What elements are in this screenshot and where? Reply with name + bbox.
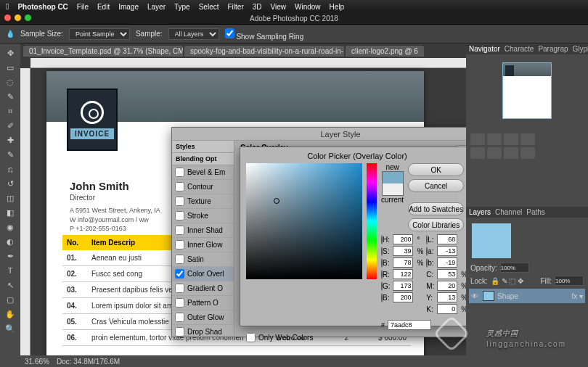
apple-menu-icon[interactable]:  bbox=[6, 1, 9, 12]
rectangle-tool-icon[interactable]: ▢ bbox=[3, 293, 17, 306]
path-select-tool-icon[interactable]: ↖ bbox=[3, 279, 17, 292]
ls-option[interactable]: Pattern O bbox=[172, 296, 234, 310]
r-radio[interactable] bbox=[381, 270, 383, 279]
only-web-colors-checkbox[interactable]: Only Web Colors bbox=[246, 333, 466, 342]
sample-layers-select[interactable]: All Layers bbox=[168, 28, 219, 40]
c-input[interactable] bbox=[437, 269, 457, 279]
menu-file[interactable]: File bbox=[77, 3, 89, 11]
g-input[interactable] bbox=[393, 281, 413, 291]
zoom-window-icon[interactable] bbox=[25, 15, 31, 21]
ls-option[interactable]: Gradient O bbox=[172, 281, 234, 296]
layer-fx-icon[interactable]: fx ▾ bbox=[571, 292, 583, 300]
s-input[interactable] bbox=[393, 246, 413, 256]
r-input[interactable] bbox=[393, 269, 413, 279]
menu-layer[interactable]: Layer bbox=[147, 3, 166, 11]
h-radio[interactable] bbox=[381, 235, 383, 244]
ls-option[interactable]: Drop Shad bbox=[172, 325, 234, 339]
healing-tool-icon[interactable]: ✚ bbox=[3, 133, 17, 147]
close-window-icon[interactable] bbox=[4, 15, 11, 21]
g-radio[interactable] bbox=[381, 281, 383, 291]
pen-tool-icon[interactable]: ✒ bbox=[3, 250, 17, 263]
a-input[interactable] bbox=[437, 246, 457, 256]
hue-slider[interactable] bbox=[367, 163, 377, 279]
hex-input[interactable] bbox=[388, 320, 431, 330]
gradient-tool-icon[interactable]: ◧ bbox=[3, 206, 17, 219]
ls-option[interactable]: Contour bbox=[172, 180, 234, 194]
menu-select[interactable]: Select bbox=[199, 3, 219, 11]
adj-icon[interactable] bbox=[504, 147, 518, 159]
adj-icon[interactable] bbox=[487, 133, 502, 145]
character-tab[interactable]: Characte bbox=[505, 45, 534, 53]
adj-icon[interactable] bbox=[470, 133, 485, 145]
eyedropper-tool-icon[interactable]: 💧 bbox=[6, 30, 15, 38]
hand-tool-icon[interactable]: ✋ bbox=[3, 308, 17, 321]
navigator-panel[interactable] bbox=[466, 54, 588, 127]
menu-filter[interactable]: Filter bbox=[227, 3, 243, 11]
l-radio[interactable] bbox=[426, 235, 428, 244]
adj-icon[interactable] bbox=[470, 147, 485, 159]
opacity-input[interactable] bbox=[500, 263, 529, 273]
sample-size-select[interactable]: Point Sample bbox=[69, 28, 130, 40]
cp-cancel-button[interactable]: Cancel bbox=[408, 179, 464, 192]
glyphs-tab[interactable]: Glyphs bbox=[573, 45, 588, 53]
blending-header[interactable]: Blending Opt bbox=[172, 153, 234, 165]
history-brush-tool-icon[interactable]: ↺ bbox=[3, 177, 17, 190]
blur-tool-icon[interactable]: ◉ bbox=[3, 220, 17, 234]
marquee-tool-icon[interactable]: ▭ bbox=[3, 61, 17, 74]
cp-ok-button[interactable]: OK bbox=[408, 163, 464, 176]
menu-view[interactable]: View bbox=[271, 3, 287, 11]
navigator-preview[interactable] bbox=[502, 62, 552, 119]
blue-input[interactable] bbox=[393, 292, 413, 302]
dodge-tool-icon[interactable]: ◐ bbox=[3, 235, 17, 248]
ls-option[interactable]: Outer Glow bbox=[172, 310, 234, 325]
adj-icon[interactable] bbox=[487, 147, 502, 159]
brush-tool-icon[interactable]: ✎ bbox=[3, 148, 17, 161]
layers-tab[interactable]: Layers bbox=[469, 208, 491, 216]
color-cursor-icon[interactable] bbox=[274, 198, 279, 204]
lock-icons[interactable]: 🔒 ✎ ⬚ ✥ bbox=[491, 277, 523, 285]
type-tool-icon[interactable]: T bbox=[3, 264, 17, 277]
menu-help[interactable]: Help bbox=[330, 3, 345, 11]
a-radio[interactable] bbox=[426, 247, 428, 256]
eyedropper-tool-icon[interactable]: ✐ bbox=[3, 119, 17, 132]
menu-edit[interactable]: Edit bbox=[97, 3, 110, 11]
ls-option[interactable]: Stroke bbox=[172, 209, 234, 223]
b2-input[interactable] bbox=[437, 257, 457, 268]
h-input[interactable] bbox=[393, 234, 413, 244]
fill-input[interactable] bbox=[555, 276, 584, 286]
layer-row-shape[interactable]: 👁 Shape fx ▾ bbox=[469, 289, 585, 303]
move-tool-icon[interactable]: ✥ bbox=[3, 46, 17, 59]
bv-radio[interactable] bbox=[381, 293, 383, 302]
ls-option[interactable]: Texture bbox=[172, 194, 234, 209]
m-input[interactable] bbox=[437, 281, 457, 291]
bright-input[interactable] bbox=[393, 257, 413, 268]
zoom-tool-icon[interactable]: 🔍 bbox=[3, 322, 17, 335]
ls-option[interactable]: Color Overl bbox=[172, 267, 234, 281]
styles-header[interactable]: Styles bbox=[172, 141, 234, 153]
cp-color-libraries-button[interactable]: Color Libraries bbox=[408, 218, 464, 231]
color-field[interactable] bbox=[246, 163, 362, 279]
ls-option[interactable]: Bevel & Em bbox=[172, 165, 234, 180]
doc-tab-1[interactable]: 01_Invoice_Template.psd @ 31.7% (Shape, … bbox=[23, 46, 183, 57]
menu-window[interactable]: Window bbox=[295, 3, 321, 11]
clone-tool-icon[interactable]: ⎌ bbox=[3, 162, 17, 176]
cp-add-swatches-button[interactable]: Add to Swatches bbox=[408, 202, 464, 215]
adj-icon[interactable] bbox=[520, 147, 535, 159]
menu-app[interactable]: Photoshop CC bbox=[17, 3, 68, 11]
k-input[interactable] bbox=[437, 304, 457, 314]
ls-option[interactable]: Satin bbox=[172, 252, 234, 267]
menu-3d[interactable]: 3D bbox=[253, 3, 262, 11]
doc-tab-2[interactable]: spooky-fog-and-bad-visibility-on-a-rural… bbox=[184, 46, 344, 57]
quick-select-tool-icon[interactable]: ✎ bbox=[3, 90, 17, 103]
l-input[interactable] bbox=[437, 234, 457, 244]
minimize-window-icon[interactable] bbox=[15, 15, 21, 21]
zoom-readout[interactable]: 31.66% bbox=[25, 358, 49, 366]
ls-option[interactable]: Inner Glow bbox=[172, 238, 234, 252]
menu-image[interactable]: Image bbox=[118, 3, 139, 11]
ls-option[interactable]: Inner Shad bbox=[172, 223, 234, 238]
show-sampling-ring-checkbox[interactable]: Show Sampling Ring bbox=[225, 28, 304, 41]
lasso-tool-icon[interactable]: ◌ bbox=[3, 75, 17, 88]
adj-icon[interactable] bbox=[504, 133, 518, 145]
doc-tab-3[interactable]: client-logo2.png @ 6 bbox=[346, 46, 424, 57]
navigator-tab[interactable]: Navigator bbox=[469, 45, 500, 53]
